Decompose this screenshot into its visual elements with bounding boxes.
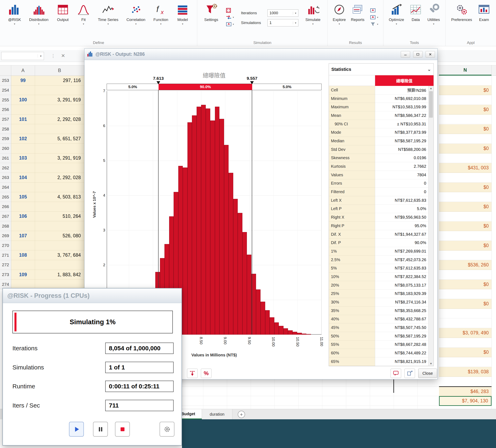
stat-row-dif-x[interactable]: Dif. XNT$1,944,327.67 xyxy=(329,230,434,239)
cell-n262[interactable]: $431, 003 xyxy=(439,163,492,173)
cell-a270[interactable] xyxy=(11,241,35,250)
cell-n272[interactable]: $536, 260 xyxy=(439,260,492,270)
stat-row-right-x[interactable]: Right XNT$9,556,963.50 xyxy=(329,213,434,222)
cell-n280[interactable] xyxy=(439,338,492,348)
cell-n273[interactable] xyxy=(439,270,492,280)
cell-b255[interactable]: 3, 291, 919 xyxy=(35,95,84,105)
stat-row-25%[interactable]: 25%NT$8,183,929.39 xyxy=(329,290,434,298)
row-number[interactable]: 273 xyxy=(0,270,11,280)
stat-row-dif-p[interactable]: Dif. P90.0% xyxy=(329,239,434,247)
cell-n266[interactable]: $0 xyxy=(439,202,492,212)
ribbon-button-preferences[interactable]: Preferences xyxy=(451,3,472,22)
ribbon-button-data[interactable]: Data xyxy=(409,3,422,22)
cell-a272[interactable] xyxy=(11,260,35,270)
ribbon-button-correlation[interactable]: Correlation▾ xyxy=(126,3,145,25)
cell-b270[interactable] xyxy=(35,241,84,250)
ribbon-button-examples[interactable]: Exam xyxy=(478,3,490,22)
cell-n260[interactable]: $0 xyxy=(439,144,492,154)
cell-n274[interactable]: $0 xyxy=(439,280,492,289)
cell-n279[interactable]: $3, 079, 490 xyxy=(439,328,492,338)
ribbon-button-reports[interactable]: Reports xyxy=(351,3,365,22)
cell-a266[interactable] xyxy=(11,202,35,212)
stat-row-1%[interactable]: 1%NT$7,269,699.01 xyxy=(329,247,434,256)
cell-a260[interactable] xyxy=(11,144,35,154)
cell-b257[interactable]: 2, 292, 028 xyxy=(35,115,84,124)
cell-a271[interactable]: 108 xyxy=(11,250,35,260)
cell-n261[interactable] xyxy=(439,154,492,163)
cell-a255[interactable]: 100 xyxy=(11,95,35,105)
cell-a253[interactable]: 99 xyxy=(11,76,35,85)
dropdown-caret-icon[interactable]: ▾ xyxy=(293,12,298,15)
stats-scrollbar[interactable]: ▲ ▼ xyxy=(428,86,434,366)
stat-row-skewness[interactable]: Skewness0.0196 xyxy=(329,154,434,162)
winup-mini-button[interactable]: ▾ xyxy=(369,15,378,20)
cell-b274[interactable] xyxy=(35,279,84,289)
cell-n287[interactable] xyxy=(439,406,492,409)
ribbon-button-utilities[interactable]: Utilities▾ xyxy=(427,3,440,25)
stat-row-std-dev[interactable]: Std DevNT$588,200.06 xyxy=(329,145,434,154)
stat-row-90%-ci[interactable]: 90% CI± NT$10,953.31 xyxy=(329,120,434,128)
column-header-after[interactable] xyxy=(492,65,496,76)
pause-button[interactable] xyxy=(93,422,108,437)
stat-row-cell[interactable]: Cell預算!N286 xyxy=(329,86,434,94)
cell-a259[interactable]: 102 xyxy=(11,134,35,144)
cell-b273[interactable]: 1, 883, 842 xyxy=(35,270,84,280)
stat-row-35%[interactable]: 35%NT$8,353,668.25 xyxy=(329,307,434,315)
row-number[interactable]: 262 xyxy=(0,163,11,173)
row-number[interactable]: 257 xyxy=(0,115,11,124)
row-number[interactable]: 267 xyxy=(0,212,11,221)
cell-n281[interactable]: $0 xyxy=(439,348,492,357)
cell-n283[interactable]: $139, 038 xyxy=(439,367,492,377)
maximize-button[interactable] xyxy=(413,51,422,58)
cell-b272[interactable] xyxy=(35,260,84,270)
row-number[interactable]: 253 xyxy=(0,76,11,85)
cell-a265[interactable]: 105 xyxy=(11,192,35,202)
iterations-combobox[interactable]: 1000▾ xyxy=(267,9,298,17)
stat-row-kurtosis[interactable]: Kurtosis2.7662 xyxy=(329,162,434,171)
cell-b265[interactable]: 4, 503, 813 xyxy=(35,192,84,202)
row-number[interactable]: 265 xyxy=(0,192,11,202)
stat-row-5%[interactable]: 5%NT$7,612,635.83 xyxy=(329,264,434,273)
stat-row-40%[interactable]: 40%NT$8,432,788.67 xyxy=(329,315,434,324)
row-number[interactable]: 268 xyxy=(0,221,11,231)
stat-row-errors[interactable]: Errors0 xyxy=(329,179,434,188)
cell-b256[interactable] xyxy=(35,105,84,115)
ribbon-button-timeseries[interactable]: Time Series▾ xyxy=(98,3,118,25)
cell-b266[interactable] xyxy=(35,202,84,212)
cell-a263[interactable]: 104 xyxy=(11,173,35,183)
cell-n277[interactable] xyxy=(439,309,492,319)
cell-a262[interactable] xyxy=(11,163,35,173)
delimiter-marker[interactable] xyxy=(250,81,254,84)
column-header-b[interactable]: B xyxy=(35,65,84,76)
cell-b260[interactable] xyxy=(35,144,84,154)
stat-row-65%[interactable]: 65%NT$8,821,915.19 xyxy=(329,357,434,366)
cell-a261[interactable]: 103 xyxy=(11,154,35,163)
delimiter-line[interactable] xyxy=(252,90,252,335)
stat-row-45%[interactable]: 45%NT$8,507,745.50 xyxy=(329,324,434,332)
cell-b271[interactable]: 3, 767, 684 xyxy=(35,250,84,260)
cell-a274[interactable] xyxy=(11,279,35,289)
cancel-icon[interactable]: ✕ xyxy=(61,53,65,59)
output-window-titlebar[interactable]: @RISK - Output: N286 xyxy=(84,49,437,60)
cell-n258[interactable]: $0 xyxy=(439,124,492,134)
cell-b253[interactable]: 297, 116 xyxy=(35,76,84,85)
cell-n259[interactable] xyxy=(439,134,492,144)
dropdown-caret-icon[interactable]: ▾ xyxy=(293,21,298,24)
cell-n269[interactable] xyxy=(439,231,492,241)
winup-mini-button[interactable]: ▾ xyxy=(225,22,234,27)
play-button[interactable] xyxy=(69,422,84,437)
close-button[interactable]: Close xyxy=(418,369,437,378)
settings-gear-button[interactable] xyxy=(160,422,174,437)
new-sheet-button[interactable]: + xyxy=(238,411,245,418)
stat-row-55%[interactable]: 55%NT$8,667,282.48 xyxy=(329,340,434,349)
cell-n282[interactable] xyxy=(439,357,492,367)
cell-a264[interactable] xyxy=(11,183,35,192)
shuffle-mini-button[interactable]: ▾ xyxy=(225,15,234,20)
cell-a258[interactable] xyxy=(11,124,35,134)
stat-row-30%[interactable]: 30%NT$8,274,116.34 xyxy=(329,298,434,307)
cell-b269[interactable]: 526, 080 xyxy=(35,231,84,241)
name-box[interactable]: ▾ xyxy=(1,52,44,60)
cell-n254[interactable]: $0 xyxy=(439,85,492,95)
comment-button[interactable] xyxy=(390,369,401,378)
ribbon-button-distribution[interactable]: Distribution▾ xyxy=(29,3,48,25)
